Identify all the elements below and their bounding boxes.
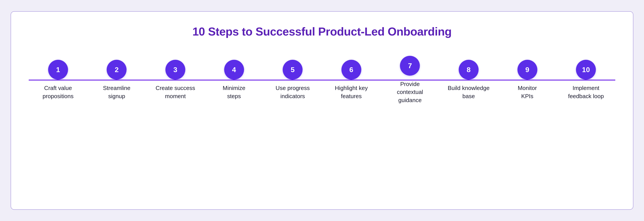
step-label-2: Streamline signup <box>103 84 130 100</box>
step-circle-2: 2 <box>107 60 126 80</box>
step-circle-3: 3 <box>166 60 185 80</box>
step-label-4: Minimize steps <box>222 84 245 100</box>
step-10: 10Implement feedback loop <box>556 60 615 100</box>
step-label-9: Monitor KPIs <box>518 84 537 100</box>
step-label-1: Craft value propositions <box>42 84 74 100</box>
step-label-10: Implement feedback loop <box>568 84 604 100</box>
step-5: 5Use progress indicators <box>263 60 322 100</box>
timeline-row: 1Craft value propositions2Streamline sig… <box>29 56 615 104</box>
step-label-6: Highlight key features <box>335 84 368 100</box>
step-3: 3Create success moment <box>146 60 205 100</box>
step-1: 1Craft value propositions <box>29 60 88 100</box>
step-circle-9: 9 <box>518 60 537 80</box>
step-7: 7Provide contextual guidance <box>381 56 440 104</box>
step-circle-8: 8 <box>459 60 478 80</box>
step-circle-6: 6 <box>342 60 361 80</box>
step-label-3: Create success moment <box>156 84 195 100</box>
step-label-8: Build knowledge base <box>448 84 490 100</box>
timeline: 1Craft value propositions2Streamline sig… <box>29 56 615 104</box>
step-label-7: Provide contextual guidance <box>388 80 432 104</box>
main-card: 10 Steps to Successful Product-Led Onboa… <box>10 11 634 210</box>
step-label-5: Use progress indicators <box>276 84 310 100</box>
step-8: 8Build knowledge base <box>439 60 498 100</box>
step-circle-7: 7 <box>400 56 420 76</box>
step-circle-10: 10 <box>576 60 596 80</box>
step-4: 4Minimize steps <box>205 60 264 100</box>
step-circle-5: 5 <box>283 60 302 80</box>
step-circle-1: 1 <box>48 60 68 80</box>
step-2: 2Streamline signup <box>88 60 146 100</box>
page-title: 10 Steps to Successful Product-Led Onboa… <box>192 25 452 38</box>
step-circle-4: 4 <box>224 60 244 80</box>
step-9: 9Monitor KPIs <box>498 60 557 100</box>
step-6: 6Highlight key features <box>322 60 381 100</box>
